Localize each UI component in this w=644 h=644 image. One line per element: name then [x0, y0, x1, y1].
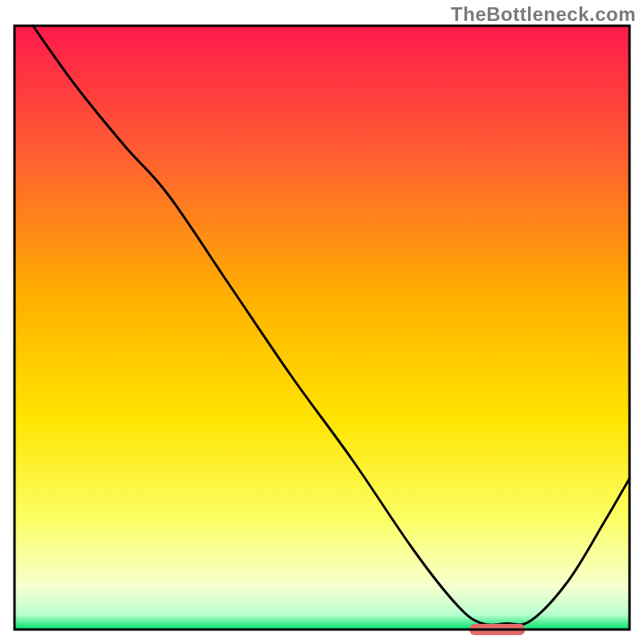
bottleneck-chart: [0, 0, 644, 644]
watermark-text: TheBottleneck.com: [451, 3, 636, 26]
chart-container: TheBottleneck.com: [0, 0, 644, 644]
plot-background: [14, 26, 630, 630]
